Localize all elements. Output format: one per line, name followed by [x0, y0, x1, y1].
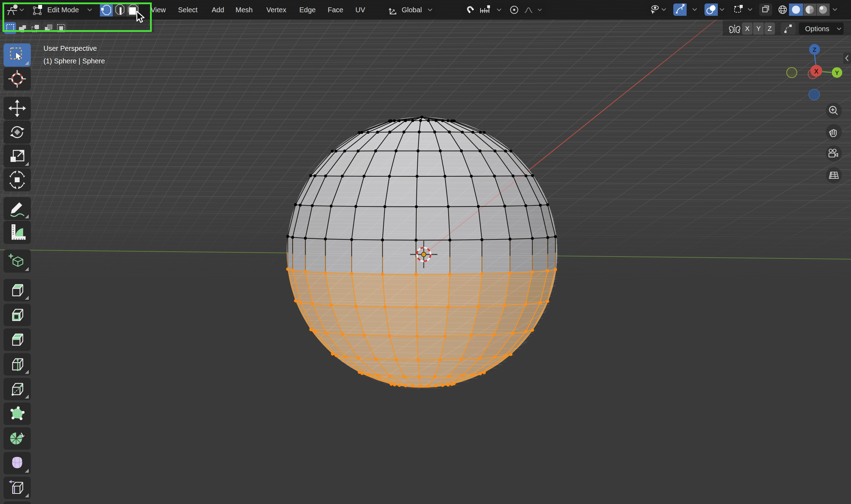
svg-text:Y: Y [835, 70, 839, 76]
svg-text:X: X [814, 68, 818, 75]
svg-text:Z: Z [813, 47, 816, 53]
